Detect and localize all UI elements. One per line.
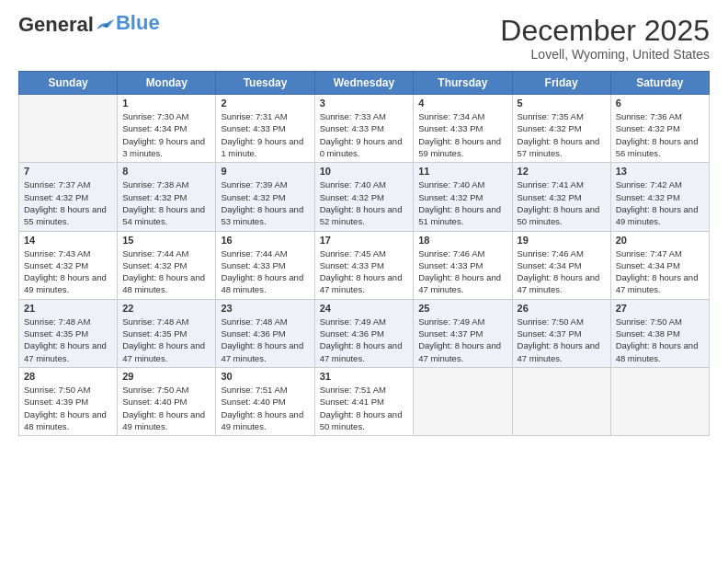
day-number: 22: [122, 303, 210, 314]
day-number: 20: [616, 235, 704, 246]
col-monday: Monday: [118, 72, 216, 95]
day-info: Sunrise: 7:34 AMSunset: 4:33 PMDaylight:…: [418, 110, 506, 159]
day-number: 14: [24, 235, 112, 246]
day-number: 24: [320, 303, 409, 314]
day-info: Sunrise: 7:39 AMSunset: 4:32 PMDaylight:…: [221, 178, 309, 227]
day-info: Sunrise: 7:46 AMSunset: 4:34 PMDaylight:…: [518, 247, 606, 296]
table-row: 22Sunrise: 7:48 AMSunset: 4:35 PMDayligh…: [118, 299, 216, 367]
day-number: 26: [518, 303, 606, 314]
day-number: 5: [518, 98, 606, 109]
table-row: 16Sunrise: 7:44 AMSunset: 4:33 PMDayligh…: [216, 231, 314, 299]
day-info: Sunrise: 7:41 AMSunset: 4:32 PMDaylight:…: [518, 178, 606, 227]
day-info: Sunrise: 7:50 AMSunset: 4:40 PMDaylight:…: [122, 384, 210, 432]
table-row: 4Sunrise: 7:34 AMSunset: 4:33 PMDaylight…: [414, 95, 512, 163]
logo-bird-icon: [96, 17, 116, 33]
table-row: 25Sunrise: 7:49 AMSunset: 4:37 PMDayligh…: [414, 299, 512, 367]
day-info: Sunrise: 7:45 AMSunset: 4:33 PMDaylight:…: [320, 247, 409, 296]
month-title: December 2025: [500, 15, 710, 47]
day-info: Sunrise: 7:48 AMSunset: 4:35 PMDaylight:…: [122, 316, 210, 364]
table-row: 15Sunrise: 7:44 AMSunset: 4:32 PMDayligh…: [118, 231, 216, 299]
day-number: 17: [320, 235, 409, 246]
day-number: 21: [24, 303, 112, 314]
logo-general: General: [18, 15, 94, 35]
table-row: 3Sunrise: 7:33 AMSunset: 4:33 PMDaylight…: [314, 95, 414, 163]
calendar-week-row: 14Sunrise: 7:43 AMSunset: 4:32 PMDayligh…: [19, 231, 710, 299]
day-info: Sunrise: 7:51 AMSunset: 4:40 PMDaylight:…: [221, 384, 309, 432]
table-row: 1Sunrise: 7:30 AMSunset: 4:34 PMDaylight…: [118, 95, 216, 163]
table-row: 12Sunrise: 7:41 AMSunset: 4:32 PMDayligh…: [512, 163, 610, 231]
day-number: 1: [122, 98, 210, 109]
day-number: 2: [221, 98, 309, 109]
day-number: 3: [320, 98, 409, 109]
day-number: 7: [24, 166, 112, 177]
day-info: Sunrise: 7:50 AMSunset: 4:38 PMDaylight:…: [616, 316, 704, 364]
day-info: Sunrise: 7:46 AMSunset: 4:33 PMDaylight:…: [418, 247, 506, 296]
day-info: Sunrise: 7:48 AMSunset: 4:36 PMDaylight:…: [221, 316, 309, 364]
day-number: 19: [518, 235, 606, 246]
table-row: 26Sunrise: 7:50 AMSunset: 4:37 PMDayligh…: [512, 299, 610, 367]
day-info: Sunrise: 7:35 AMSunset: 4:32 PMDaylight:…: [518, 110, 606, 159]
day-number: 13: [616, 166, 704, 177]
day-info: Sunrise: 7:49 AMSunset: 4:37 PMDaylight:…: [418, 316, 506, 364]
table-row: 10Sunrise: 7:40 AMSunset: 4:32 PMDayligh…: [314, 163, 414, 231]
col-sunday: Sunday: [19, 72, 118, 95]
day-number: 9: [221, 166, 309, 177]
day-info: Sunrise: 7:42 AMSunset: 4:32 PMDaylight:…: [616, 178, 704, 227]
day-number: 23: [221, 303, 309, 314]
col-thursday: Thursday: [414, 72, 512, 95]
header: General Blue December 2025 Lovell, Wyomi…: [18, 15, 710, 62]
day-info: Sunrise: 7:33 AMSunset: 4:33 PMDaylight:…: [320, 110, 409, 159]
title-block: December 2025 Lovell, Wyoming, United St…: [500, 15, 710, 62]
logo-blue: Blue: [116, 13, 160, 33]
day-number: 6: [616, 98, 704, 109]
location-title: Lovell, Wyoming, United States: [500, 47, 710, 62]
day-info: Sunrise: 7:51 AMSunset: 4:41 PMDaylight:…: [320, 384, 409, 432]
table-row: 8Sunrise: 7:38 AMSunset: 4:32 PMDaylight…: [118, 163, 216, 231]
table-row: 23Sunrise: 7:48 AMSunset: 4:36 PMDayligh…: [216, 299, 314, 367]
table-row: 5Sunrise: 7:35 AMSunset: 4:32 PMDaylight…: [512, 95, 610, 163]
calendar-table: Sunday Monday Tuesday Wednesday Thursday…: [18, 71, 710, 436]
table-row: [610, 367, 709, 435]
table-row: 29Sunrise: 7:50 AMSunset: 4:40 PMDayligh…: [118, 367, 216, 435]
day-info: Sunrise: 7:43 AMSunset: 4:32 PMDaylight:…: [24, 247, 112, 296]
table-row: 9Sunrise: 7:39 AMSunset: 4:32 PMDaylight…: [216, 163, 314, 231]
table-row: 17Sunrise: 7:45 AMSunset: 4:33 PMDayligh…: [314, 231, 414, 299]
day-number: 27: [616, 303, 704, 314]
calendar-week-row: 28Sunrise: 7:50 AMSunset: 4:39 PMDayligh…: [19, 367, 710, 435]
day-number: 31: [320, 371, 409, 382]
day-number: 16: [221, 235, 309, 246]
day-number: 11: [418, 166, 506, 177]
table-row: 18Sunrise: 7:46 AMSunset: 4:33 PMDayligh…: [414, 231, 512, 299]
calendar-week-row: 1Sunrise: 7:30 AMSunset: 4:34 PMDaylight…: [19, 95, 710, 163]
table-row: [512, 367, 610, 435]
day-info: Sunrise: 7:31 AMSunset: 4:33 PMDaylight:…: [221, 110, 309, 159]
day-info: Sunrise: 7:47 AMSunset: 4:34 PMDaylight:…: [616, 247, 704, 296]
day-number: 12: [518, 166, 606, 177]
day-number: 28: [24, 371, 112, 382]
table-row: 21Sunrise: 7:48 AMSunset: 4:35 PMDayligh…: [19, 299, 118, 367]
day-info: Sunrise: 7:40 AMSunset: 4:32 PMDaylight:…: [418, 178, 506, 227]
table-row: 24Sunrise: 7:49 AMSunset: 4:36 PMDayligh…: [314, 299, 414, 367]
day-info: Sunrise: 7:44 AMSunset: 4:32 PMDaylight:…: [122, 247, 210, 296]
day-info: Sunrise: 7:40 AMSunset: 4:32 PMDaylight:…: [320, 178, 409, 227]
day-number: 8: [122, 166, 210, 177]
day-info: Sunrise: 7:48 AMSunset: 4:35 PMDaylight:…: [24, 316, 112, 364]
calendar-container: General Blue December 2025 Lovell, Wyomi…: [0, 0, 728, 445]
day-number: 18: [418, 235, 506, 246]
table-row: 19Sunrise: 7:46 AMSunset: 4:34 PMDayligh…: [512, 231, 610, 299]
col-saturday: Saturday: [610, 72, 709, 95]
weekday-header-row: Sunday Monday Tuesday Wednesday Thursday…: [19, 72, 710, 95]
table-row: 7Sunrise: 7:37 AMSunset: 4:32 PMDaylight…: [19, 163, 118, 231]
day-info: Sunrise: 7:50 AMSunset: 4:39 PMDaylight:…: [24, 384, 112, 432]
calendar-week-row: 21Sunrise: 7:48 AMSunset: 4:35 PMDayligh…: [19, 299, 710, 367]
table-row: 20Sunrise: 7:47 AMSunset: 4:34 PMDayligh…: [610, 231, 709, 299]
day-info: Sunrise: 7:44 AMSunset: 4:33 PMDaylight:…: [221, 247, 309, 296]
day-info: Sunrise: 7:38 AMSunset: 4:32 PMDaylight:…: [122, 178, 210, 227]
table-row: [414, 367, 512, 435]
table-row: 14Sunrise: 7:43 AMSunset: 4:32 PMDayligh…: [19, 231, 118, 299]
logo: General Blue: [18, 15, 160, 35]
day-number: 30: [221, 371, 309, 382]
table-row: 2Sunrise: 7:31 AMSunset: 4:33 PMDaylight…: [216, 95, 314, 163]
col-tuesday: Tuesday: [216, 72, 314, 95]
day-info: Sunrise: 7:37 AMSunset: 4:32 PMDaylight:…: [24, 178, 112, 227]
